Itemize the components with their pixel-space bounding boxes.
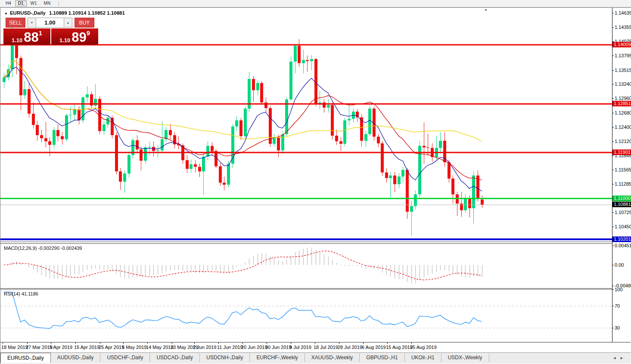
date-label: 18 Mar 2019 bbox=[1, 345, 28, 350]
macd-tick-label: 0.004517 bbox=[615, 243, 631, 248]
macd-tick-mark bbox=[612, 286, 614, 286]
price-axis[interactable]: 1.146351.143551.140751.137951.135151.132… bbox=[612, 8, 631, 342]
price-level-badge: 1.11000 bbox=[612, 196, 631, 201]
chart-tab-usdcnh-daily[interactable]: USDCNH-,Daily bbox=[200, 353, 250, 362]
date-label: 6 Aug 2019 bbox=[362, 345, 386, 350]
price-level-badge: 1.10201 bbox=[612, 236, 631, 242]
date-tick-mark bbox=[3, 342, 3, 344]
date-axis[interactable]: 18 Mar 201927 Mar 20195 Apr 201915 Apr 2… bbox=[0, 342, 631, 352]
date-tick-mark bbox=[172, 342, 172, 344]
macd-name: MACD(12,26,9) bbox=[4, 246, 37, 251]
price-level-badge: 1.12851 bbox=[612, 101, 631, 106]
price-tick-label: 1.12120 bbox=[615, 139, 631, 144]
date-label: 20 Jun 2019 bbox=[241, 345, 267, 350]
price-tick-mark bbox=[612, 227, 614, 227]
date-tick-mark bbox=[75, 342, 76, 344]
price-tick-mark bbox=[612, 212, 614, 213]
one-click-trade-widget: SELL ▼ ▲ BUY 1.10 88 1 1.10 89 9 bbox=[3, 18, 98, 45]
date-label: 27 Mar 2019 bbox=[26, 345, 53, 350]
date-label: 15 Aug 2019 bbox=[386, 345, 413, 350]
buy-button[interactable]: BUY bbox=[75, 18, 94, 28]
date-label: 15 Apr 2019 bbox=[74, 345, 99, 350]
price-tick-label: 1.14635 bbox=[615, 10, 631, 16]
date-tick-mark bbox=[411, 342, 412, 344]
date-label: 14 May 2019 bbox=[146, 345, 174, 350]
volume-input[interactable] bbox=[36, 18, 64, 28]
chart-tab-usdcad-daily[interactable]: USDCAD-,Daily bbox=[150, 353, 200, 362]
date-label: 28 Jul 2019 bbox=[338, 345, 362, 350]
rsi-tick-mark bbox=[612, 306, 614, 306]
chevron-up-icon: ▲ bbox=[67, 21, 70, 24]
price-tick-mark bbox=[612, 156, 614, 156]
chart-tab-usdx-weekly[interactable]: USDX-,Weekly bbox=[441, 353, 489, 362]
chart-tab-gbpusd-h1[interactable]: GBPUSD-,H1 bbox=[360, 353, 404, 362]
price-tick-label: 1.11565 bbox=[615, 167, 631, 172]
macd-tick-mark bbox=[612, 246, 614, 246]
sell-button[interactable]: SELL bbox=[6, 18, 25, 28]
date-label: 9 Jul 2019 bbox=[289, 345, 311, 350]
buy-price-main: 89 bbox=[71, 31, 86, 44]
date-tick-mark bbox=[147, 342, 148, 344]
date-tick-mark bbox=[194, 342, 195, 344]
macd-label: MACD(12,26,9) -0.002290 -0.002439 bbox=[4, 246, 82, 251]
price-tick-label: 1.10450 bbox=[615, 224, 631, 229]
rsi-label: RSI(14) 41.1186 bbox=[4, 291, 38, 296]
price-tick-mark bbox=[612, 56, 614, 56]
tab-scroll-left-icon[interactable]: ◄ bbox=[612, 356, 620, 360]
date-tick-mark bbox=[291, 342, 291, 344]
rsi-panel-canvas[interactable] bbox=[0, 289, 612, 342]
chart-tab-eurchf-weekly[interactable]: EURCHF-,Weekly bbox=[250, 353, 305, 362]
date-tick-mark bbox=[100, 342, 100, 344]
date-label: 2 Jun 2019 bbox=[193, 345, 216, 350]
macd-panel-canvas[interactable] bbox=[0, 244, 612, 288]
tab-scroll-right-icon[interactable]: ► bbox=[620, 356, 627, 360]
price-tick-mark bbox=[612, 13, 614, 13]
price-tick-label: 1.14355 bbox=[615, 25, 631, 30]
price-tick-label: 1.13795 bbox=[615, 53, 631, 58]
date-label: 5 May 2019 bbox=[122, 345, 146, 350]
toolbar-divider bbox=[59, 1, 59, 6]
date-tick-mark bbox=[267, 342, 267, 344]
date-tick-mark bbox=[315, 342, 315, 344]
panel-splitter[interactable] bbox=[0, 288, 631, 289]
chart-shift-marker-icon[interactable]: ▼ bbox=[484, 8, 488, 12]
date-tick-mark bbox=[218, 342, 219, 344]
volume-up-button[interactable]: ▲ bbox=[64, 18, 72, 28]
price-tick-label: 1.12400 bbox=[615, 124, 631, 130]
price-tick-mark bbox=[612, 184, 614, 184]
date-label: 5 Apr 2019 bbox=[50, 345, 72, 350]
sell-price-box[interactable]: 1.10 88 1 bbox=[3, 28, 50, 45]
buy-price-box[interactable]: 1.10 89 9 bbox=[51, 28, 98, 45]
date-label: 30 Jun 2019 bbox=[265, 345, 292, 350]
date-tick-mark bbox=[242, 342, 243, 344]
current-price-badge: 1.10881 bbox=[612, 202, 631, 207]
chart-title: ▲EURUSD-,Daily1.10889 1.10914 1.10852 1.… bbox=[4, 10, 125, 16]
timeframe-button-h4[interactable]: H4 bbox=[3, 0, 14, 6]
chart-tab-usdchf-daily[interactable]: USDCHF-,Daily bbox=[100, 353, 150, 362]
date-tick-mark bbox=[27, 342, 28, 344]
chart-tab-eurusd-daily[interactable]: EURUSD-,Daily bbox=[0, 353, 51, 363]
chart-tab-bar: EURUSD-,DailyAUDUSD-,DailyUSDCHF-,DailyU… bbox=[0, 352, 631, 364]
tab-scroll-arrows[interactable]: ◄► bbox=[612, 356, 627, 360]
chart-tab-audusd-daily[interactable]: AUDUSD-,Daily bbox=[51, 353, 101, 362]
macd-tick-label: 0.00 bbox=[615, 262, 624, 268]
price-tick-mark bbox=[612, 141, 614, 142]
chart-tab-xauusd-weekly[interactable]: XAUUSD-,Weekly bbox=[305, 353, 360, 362]
price-tick-label: 1.12680 bbox=[615, 110, 631, 115]
timeframe-button-w1[interactable]: W1 bbox=[28, 0, 40, 6]
chart-tab-ukoil-h1[interactable]: UKOil-,H1 bbox=[405, 353, 441, 362]
rsi-tick-label: 100 bbox=[615, 287, 622, 292]
sell-price-pip: 1 bbox=[39, 29, 42, 37]
macd-tick-mark bbox=[612, 265, 614, 265]
price-tick-label: 1.10725 bbox=[615, 210, 631, 215]
macd-current-values: -0.002290 -0.002439 bbox=[38, 246, 82, 251]
timeframe-button-mn[interactable]: MN bbox=[41, 0, 54, 6]
rsi-tick-mark bbox=[612, 328, 614, 328]
rsi-tick-label: 70 bbox=[615, 303, 620, 308]
collapse-arrow-icon[interactable]: ▲ bbox=[4, 11, 8, 15]
date-tick-mark bbox=[339, 342, 339, 344]
buy-price-prefix: 1.10 bbox=[59, 37, 70, 44]
panel-splitter[interactable] bbox=[0, 242, 631, 244]
timeframe-button-d1[interactable]: D1 bbox=[15, 0, 27, 6]
volume-down-button[interactable]: ▼ bbox=[28, 18, 36, 28]
